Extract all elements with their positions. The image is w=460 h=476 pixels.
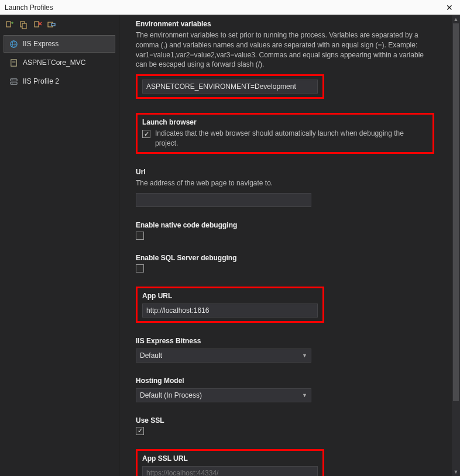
hosting-label: Hosting Model bbox=[136, 377, 434, 385]
svg-rect-16 bbox=[10, 78, 16, 81]
svg-rect-17 bbox=[10, 82, 16, 84]
url-desc: The address of the web page to navigate … bbox=[136, 178, 434, 188]
window-title: Launch Profiles bbox=[5, 4, 53, 12]
env-vars-input[interactable] bbox=[142, 80, 318, 94]
close-icon[interactable]: ✕ bbox=[444, 3, 455, 12]
bitness-label: IIS Express Bitness bbox=[136, 337, 434, 345]
settings-panel: Environment variables The environment va… bbox=[119, 15, 452, 476]
env-vars-desc: The environment variables to set prior t… bbox=[136, 30, 434, 70]
svg-point-18 bbox=[11, 79, 12, 80]
titlebar: Launch Profiles ✕ bbox=[0, 0, 460, 15]
profile-label: ASPNETCore_MVC bbox=[23, 58, 85, 67]
globe-icon bbox=[9, 39, 18, 49]
hosting-value: Default (In Process) bbox=[140, 391, 202, 399]
profile-label: IIS Profile 2 bbox=[23, 77, 59, 85]
section-native-debug: Enable native code debugging bbox=[136, 221, 434, 240]
bitness-dropdown[interactable]: Default ▼ bbox=[136, 349, 311, 363]
bitness-value: Default bbox=[140, 351, 162, 360]
scrollbar[interactable]: ▲ ▼ bbox=[452, 15, 460, 476]
scroll-up-icon[interactable]: ▲ bbox=[452, 15, 460, 23]
section-use-ssl: Use SSL bbox=[136, 416, 434, 435]
native-debug-label: Enable native code debugging bbox=[136, 221, 434, 229]
profile-item-iis-profile-2[interactable]: IIS Profile 2 bbox=[4, 73, 115, 90]
launch-browser-label: Launch browser bbox=[142, 118, 428, 126]
url-label: Url bbox=[136, 168, 434, 176]
chevron-down-icon: ▼ bbox=[302, 353, 307, 358]
section-url: Url The address of the web page to navig… bbox=[136, 168, 434, 207]
sql-debug-checkbox[interactable] bbox=[136, 264, 144, 273]
section-bitness: IIS Express Bitness Default ▼ bbox=[136, 337, 434, 363]
env-vars-label: Environment variables bbox=[136, 20, 434, 28]
launch-browser-desc: Indicates that the web browser should au… bbox=[155, 129, 428, 149]
project-icon bbox=[9, 58, 18, 67]
section-hosting: Hosting Model Default (In Process) ▼ bbox=[136, 377, 434, 402]
chevron-down-icon: ▼ bbox=[302, 392, 307, 398]
sidebar: IIS Express ASPNETCore_MVC IIS Profile 2 bbox=[0, 15, 119, 476]
profile-list: IIS Express ASPNETCore_MVC IIS Profile 2 bbox=[0, 34, 119, 92]
ssl-url-label: App SSL URL bbox=[142, 454, 318, 463]
section-app-url: App URL bbox=[136, 287, 324, 323]
app-url-input[interactable] bbox=[142, 303, 318, 318]
use-ssl-label: Use SSL bbox=[136, 416, 434, 425]
svg-rect-5 bbox=[35, 22, 39, 27]
highlight-env-vars bbox=[136, 74, 324, 99]
scrollbar-track[interactable] bbox=[452, 23, 460, 468]
launch-browser-checkbox[interactable] bbox=[142, 130, 150, 138]
svg-point-19 bbox=[11, 82, 12, 84]
delete-profile-icon[interactable] bbox=[33, 20, 42, 29]
sql-debug-label: Enable SQL Server debugging bbox=[136, 254, 434, 262]
profile-label: IIS Express bbox=[23, 40, 59, 48]
native-debug-checkbox[interactable] bbox=[136, 232, 144, 240]
section-sql-debug: Enable SQL Server debugging bbox=[136, 254, 434, 273]
duplicate-profile-icon[interactable] bbox=[19, 20, 28, 29]
svg-rect-9 bbox=[52, 23, 55, 26]
use-ssl-checkbox[interactable] bbox=[136, 427, 144, 435]
ssl-url-input[interactable] bbox=[142, 466, 318, 476]
scroll-down-icon[interactable]: ▼ bbox=[452, 468, 460, 476]
new-profile-icon[interactable] bbox=[5, 20, 14, 29]
section-ssl-url: App SSL URL bbox=[136, 449, 324, 476]
rename-profile-icon[interactable] bbox=[47, 20, 56, 29]
svg-rect-4 bbox=[22, 23, 26, 29]
server-icon bbox=[9, 77, 18, 86]
profile-item-iis-express[interactable]: IIS Express bbox=[4, 35, 115, 53]
section-env-vars: Environment variables The environment va… bbox=[136, 20, 434, 99]
url-input[interactable] bbox=[136, 193, 311, 207]
content-wrap: Environment variables The environment va… bbox=[119, 15, 460, 476]
profile-item-aspnetcore-mvc[interactable]: ASPNETCore_MVC bbox=[4, 54, 115, 71]
app-url-label: App URL bbox=[142, 292, 318, 300]
hosting-dropdown[interactable]: Default (In Process) ▼ bbox=[136, 388, 311, 402]
main-area: IIS Express ASPNETCore_MVC IIS Profile 2… bbox=[0, 15, 460, 476]
sidebar-toolbar bbox=[0, 18, 119, 34]
section-launch-browser: Launch browser Indicates that the web br… bbox=[136, 113, 434, 154]
svg-rect-0 bbox=[6, 22, 11, 27]
scrollbar-thumb[interactable] bbox=[453, 23, 459, 401]
